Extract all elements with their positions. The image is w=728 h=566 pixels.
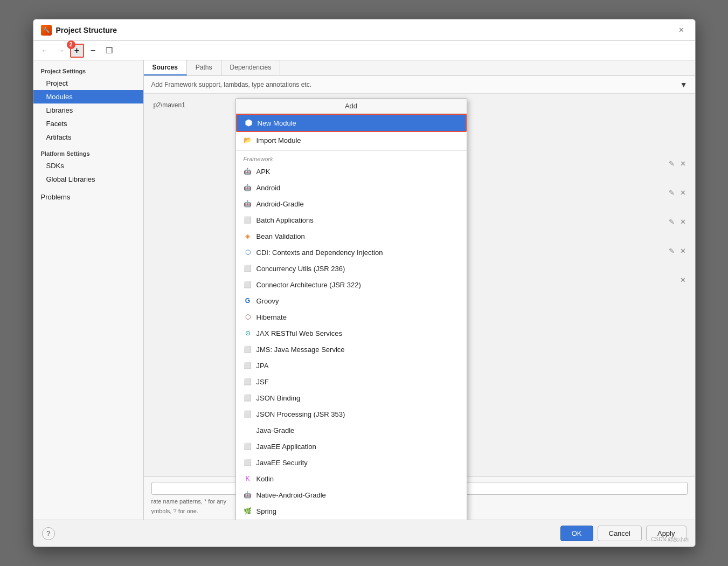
main-content: Project Settings Project Modules Librari…: [33, 60, 695, 520]
resource-folder-item: src\main\resources ✎ ✕: [262, 216, 690, 227]
content-area: Sources Paths Dependencies Add Framework…: [144, 60, 695, 520]
project-structure-dialog: 🔧 Project Structure × ← → + 2 − ❐ Projec…: [33, 19, 696, 547]
tab-paths[interactable]: Paths: [187, 60, 221, 75]
add-content-root-btn[interactable]: + Add Content Root: [262, 119, 319, 126]
test-resource-folder-item: src\test\resources ✎ ✕: [262, 245, 690, 257]
project-settings-heading: Project Settings: [33, 65, 143, 77]
resource-folder-path: src\main\resources: [265, 218, 667, 226]
copy-button[interactable]: ❐: [102, 44, 116, 58]
test-resource-folder-edit[interactable]: ✎: [667, 246, 676, 256]
content-root-path: D:\Code\ideaCode\p2\maven1: [262, 133, 690, 144]
sidebar-item-problems[interactable]: Problems: [33, 190, 143, 204]
right-panel: Sources Tests Resources Test Resources E…: [262, 99, 690, 471]
test-folder-edit[interactable]: ✎: [667, 188, 676, 197]
sidebar-item-modules[interactable]: Modules: [33, 90, 143, 103]
content-body: p2\maven1 Sources Tests Resources Test R…: [144, 94, 695, 476]
module-list: p2\maven1: [149, 99, 257, 471]
test-folder-path: src\test\java: [265, 189, 667, 197]
resource-folders-section: Resource Folders src\main\resources ✎ ✕: [262, 207, 690, 227]
app-icon: 🔧: [41, 25, 52, 36]
badge-2: 2: [67, 40, 75, 49]
dialog-title: Project Structure: [56, 26, 117, 34]
title-bar: 🔧 Project Structure ×: [33, 19, 695, 41]
source-folder-path: src\main\java: [265, 160, 667, 168]
tab-bar: Sources Paths Dependencies: [144, 60, 695, 76]
excluded-folder-path: target: [265, 277, 678, 284]
excluded-folder-actions: ✕: [678, 275, 688, 285]
resource-folder-remove[interactable]: ✕: [678, 217, 688, 226]
close-button[interactable]: ×: [676, 24, 688, 36]
tab-sources[interactable]: Sources: [144, 60, 187, 75]
sidebar-item-global-libraries[interactable]: Global Libraries: [33, 172, 143, 186]
badge-test-resources[interactable]: Test Resources: [370, 101, 422, 110]
forward-button[interactable]: →: [54, 44, 68, 58]
test-folder-remove[interactable]: ✕: [678, 188, 688, 197]
excluded-folder-item: target ✕: [262, 274, 690, 286]
badge-tests[interactable]: Tests: [299, 101, 322, 110]
source-folders-section: Source Folders src\main\java ✎ ✕: [262, 149, 690, 169]
resource-folders-title: Resource Folders: [262, 207, 690, 215]
test-folders-title: Test Source Folders: [262, 178, 690, 185]
help-text-2: ymbols, ? for one.: [151, 508, 688, 514]
back-button[interactable]: ←: [38, 44, 52, 58]
source-folder-item: src\main\java ✎ ✕: [262, 158, 690, 169]
help-button[interactable]: ?: [42, 527, 55, 540]
sidebar: Project Settings Project Modules Librari…: [33, 60, 144, 520]
resource-folder-actions: ✎ ✕: [667, 217, 688, 226]
test-resource-folder-path: src\test\resources: [265, 247, 667, 255]
help-text-1: rate name patterns, * for any: [151, 498, 688, 505]
badge-resources[interactable]: Resources: [327, 101, 365, 110]
dropdown-arrow: ▼: [680, 80, 688, 89]
test-folder-item: src\test\java ✎ ✕: [262, 187, 690, 198]
tab-dependencies[interactable]: Dependencies: [221, 60, 281, 75]
test-folders-section: Test Source Folders src\test\java ✎ ✕: [262, 178, 690, 198]
pattern-input[interactable]: [151, 482, 688, 495]
badge-excluded[interactable]: Excluded: [426, 101, 461, 110]
platform-settings-heading: Platform Settings: [33, 144, 143, 159]
test-resource-folder-remove[interactable]: ✕: [678, 246, 688, 256]
sidebar-item-facets[interactable]: Facets: [33, 117, 143, 130]
excluded-folders-section: Excluded Folders target ✕: [262, 265, 690, 286]
sidebar-item-artifacts[interactable]: Artifacts: [33, 130, 143, 144]
source-folders-title: Source Folders: [262, 149, 690, 156]
add-icon: +: [74, 46, 79, 56]
test-folder-actions: ✎ ✕: [667, 188, 688, 197]
test-resource-folders-section: Test Resource Folders src\test\resources…: [262, 236, 690, 257]
folders-header: Sources Tests Resources Test Resources E…: [262, 99, 690, 112]
resource-folder-edit[interactable]: ✎: [667, 217, 676, 226]
toolbar: ← → + 2 − ❐: [33, 41, 695, 60]
title-bar-left: 🔧 Project Structure: [41, 25, 117, 36]
sidebar-item-sdks[interactable]: SDKs: [33, 159, 143, 172]
module-description: Add Framework support, lambdas, type ann…: [151, 81, 312, 88]
cancel-button[interactable]: Cancel: [598, 526, 642, 541]
sidebar-item-libraries[interactable]: Libraries: [33, 103, 143, 117]
source-folder-edit[interactable]: ✎: [667, 159, 676, 168]
source-folder-remove[interactable]: ✕: [678, 159, 688, 168]
sidebar-item-project[interactable]: Project: [33, 77, 143, 90]
test-resource-folder-actions: ✎ ✕: [667, 246, 688, 256]
module-path-short: p2\maven1: [149, 99, 257, 111]
badge-sources[interactable]: Sources: [262, 101, 294, 110]
excluded-folder-remove[interactable]: ✕: [678, 275, 688, 285]
ok-button[interactable]: OK: [560, 526, 593, 541]
watermark: CSDN @故小白: [651, 536, 689, 543]
source-folder-actions: ✎ ✕: [667, 159, 688, 168]
test-resource-folders-title: Test Resource Folders: [262, 236, 690, 244]
dialog-footer: ? OK Cancel Apply: [33, 520, 695, 547]
excluded-folders-title: Excluded Folders: [262, 265, 690, 273]
remove-button[interactable]: −: [86, 44, 100, 58]
bottom-bar: rate name patterns, * for any ymbols, ? …: [144, 476, 695, 520]
